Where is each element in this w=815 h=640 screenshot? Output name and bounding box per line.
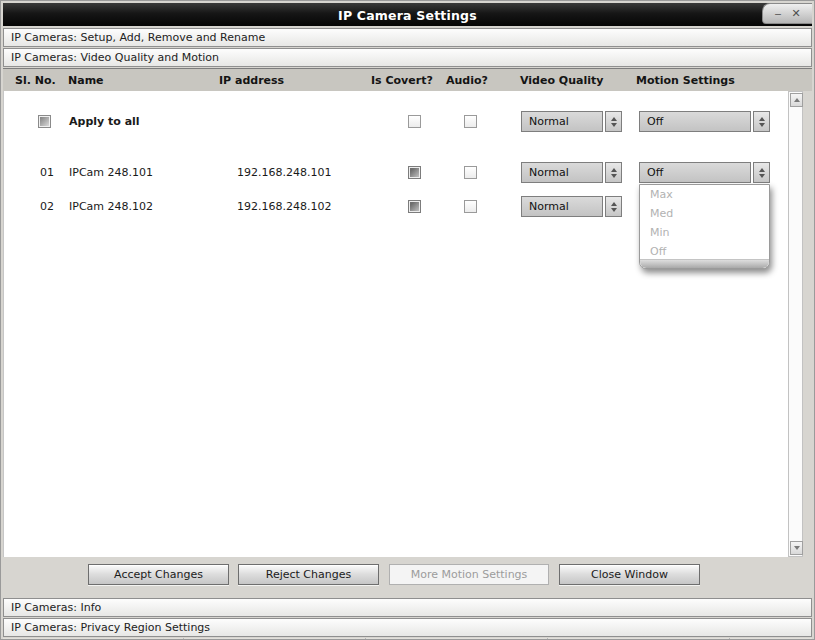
accept-changes-button[interactable]: Accept Changes: [88, 564, 229, 585]
combo-value: Normal: [521, 196, 603, 217]
close-window-button[interactable]: Close Window: [559, 564, 700, 585]
window-title: IP Camera Settings: [338, 8, 477, 23]
spinner-icon: [605, 111, 622, 132]
row1-audio-checkbox[interactable]: [464, 166, 477, 179]
expander-video-quality-motion[interactable]: IP Cameras: Video Quality and Motion: [3, 48, 812, 67]
row2-ip: 192.168.248.102: [237, 200, 331, 214]
title-bar[interactable]: IP Camera Settings: [3, 3, 812, 26]
combo-value: Off: [639, 111, 751, 132]
apply-all-motion-select[interactable]: Off: [639, 111, 770, 132]
minimize-icon[interactable]: ‒: [774, 8, 781, 19]
spinner-icon: [605, 162, 622, 183]
apply-all-checkbox[interactable]: [38, 115, 51, 128]
row1-motion-select[interactable]: Off: [639, 162, 770, 183]
row1-name: IPCam 248.101: [69, 166, 153, 180]
combo-value: Normal: [521, 162, 603, 183]
apply-all-covert-checkbox[interactable]: [408, 115, 421, 128]
scroll-up-icon[interactable]: [790, 93, 803, 107]
row1-ip: 192.168.248.101: [237, 166, 331, 180]
row2-sl-no: 02: [40, 200, 54, 214]
motion-settings-dropdown: Max Med Min Off: [639, 184, 770, 269]
spinner-icon: [753, 162, 770, 183]
col-motion-settings: Motion Settings: [636, 69, 735, 92]
col-video-quality: Video Quality: [520, 69, 603, 92]
combo-value: Normal: [521, 111, 603, 132]
dropdown-option-min[interactable]: Min: [640, 223, 769, 242]
row2-video-quality-select[interactable]: Normal: [521, 196, 622, 217]
apply-all-audio-checkbox[interactable]: [464, 115, 477, 128]
apply-all-label: Apply to all: [69, 115, 140, 129]
window-controls: ‒ ✕: [762, 3, 812, 24]
more-motion-settings-button: More Motion Settings: [389, 564, 549, 585]
expander-setup-add-remove-rename[interactable]: IP Cameras: Setup, Add, Remove and Renam…: [3, 28, 812, 47]
apply-all-video-quality-select[interactable]: Normal: [521, 111, 622, 132]
col-audio: Audio?: [446, 69, 488, 92]
table-scrollbar[interactable]: [788, 91, 803, 557]
close-icon[interactable]: ✕: [791, 8, 800, 19]
reject-changes-button[interactable]: Reject Changes: [238, 564, 379, 585]
camera-table-body: Apply to all Normal Off 01 IPCam 248.101…: [3, 91, 788, 557]
row1-video-quality-select[interactable]: Normal: [521, 162, 622, 183]
spinner-icon: [605, 196, 622, 217]
col-is-covert: Is Covert?: [371, 69, 433, 92]
expander-info[interactable]: IP Cameras: Info: [3, 598, 812, 617]
col-sl-no: Sl. No.: [15, 69, 56, 92]
dropdown-footer: [640, 259, 769, 268]
dropdown-option-med[interactable]: Med: [640, 204, 769, 223]
row2-name: IPCam 248.102: [69, 200, 153, 214]
col-ip-address: IP address: [219, 69, 284, 92]
scroll-down-icon[interactable]: [790, 541, 803, 555]
table-header: Sl. No. Name IP address Is Covert? Audio…: [3, 68, 812, 91]
col-name: Name: [68, 69, 104, 92]
dropdown-option-max[interactable]: Max: [640, 185, 769, 204]
combo-value: Off: [639, 162, 751, 183]
expander-privacy[interactable]: IP Cameras: Privacy Region Settings: [3, 618, 812, 637]
row1-covert-checkbox[interactable]: [408, 166, 421, 179]
spinner-icon: [753, 111, 770, 132]
row1-sl-no: 01: [40, 166, 54, 180]
ip-camera-settings-window: IP Camera Settings ‒ ✕ IP Cameras: Setup…: [0, 0, 815, 640]
row2-covert-checkbox[interactable]: [408, 200, 421, 213]
row2-audio-checkbox[interactable]: [464, 200, 477, 213]
